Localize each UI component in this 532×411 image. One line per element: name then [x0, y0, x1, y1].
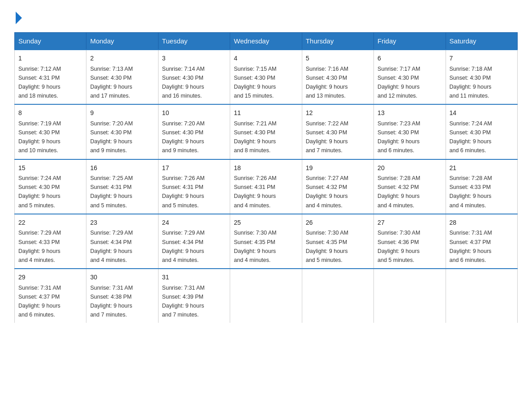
calendar-cell: [374, 269, 446, 323]
day-number: 8: [18, 108, 82, 118]
day-info: Sunrise: 7:20 AMSunset: 4:30 PMDaylight:…: [90, 120, 133, 154]
header-sunday: Sunday: [15, 33, 86, 50]
calendar-table: SundayMondayTuesdayWednesdayThursdayFrid…: [14, 32, 518, 323]
day-number: 7: [450, 54, 514, 64]
day-number: 3: [162, 54, 226, 64]
header-wednesday: Wednesday: [230, 33, 302, 50]
day-number: 26: [306, 218, 370, 228]
day-info: Sunrise: 7:20 AMSunset: 4:30 PMDaylight:…: [162, 120, 205, 154]
calendar-cell: 10Sunrise: 7:20 AMSunset: 4:30 PMDayligh…: [158, 104, 230, 159]
day-number: 5: [306, 54, 370, 64]
day-number: 20: [378, 163, 442, 173]
day-number: 10: [162, 108, 226, 118]
calendar-cell: 21Sunrise: 7:28 AMSunset: 4:33 PMDayligh…: [446, 159, 517, 214]
header-tuesday: Tuesday: [158, 33, 230, 50]
day-number: 30: [90, 273, 154, 283]
calendar-cell: 5Sunrise: 7:16 AMSunset: 4:30 PMDaylight…: [302, 50, 373, 104]
day-info: Sunrise: 7:29 AMSunset: 4:34 PMDaylight:…: [90, 230, 133, 263]
day-number: 25: [234, 218, 298, 228]
day-number: 31: [162, 273, 226, 283]
day-number: 22: [18, 218, 82, 228]
logo-arrow-icon: [16, 12, 22, 24]
day-number: 12: [306, 108, 370, 118]
day-info: Sunrise: 7:29 AMSunset: 4:34 PMDaylight:…: [162, 230, 205, 263]
calendar-cell: 6Sunrise: 7:17 AMSunset: 4:30 PMDaylight…: [374, 50, 446, 104]
day-info: Sunrise: 7:26 AMSunset: 4:31 PMDaylight:…: [162, 175, 205, 208]
logo: [14, 11, 22, 24]
day-number: 23: [90, 218, 154, 228]
calendar-cell: [446, 269, 517, 323]
header-thursday: Thursday: [302, 33, 373, 50]
day-info: Sunrise: 7:17 AMSunset: 4:30 PMDaylight:…: [378, 66, 420, 99]
calendar-cell: 15Sunrise: 7:24 AMSunset: 4:30 PMDayligh…: [15, 159, 86, 214]
day-info: Sunrise: 7:30 AMSunset: 4:36 PMDaylight:…: [378, 230, 420, 263]
calendar-cell: 17Sunrise: 7:26 AMSunset: 4:31 PMDayligh…: [158, 159, 230, 214]
week-row-2: 8Sunrise: 7:19 AMSunset: 4:30 PMDaylight…: [15, 104, 518, 159]
calendar-cell: 7Sunrise: 7:18 AMSunset: 4:30 PMDaylight…: [446, 50, 517, 104]
day-info: Sunrise: 7:19 AMSunset: 4:30 PMDaylight:…: [18, 120, 61, 154]
day-info: Sunrise: 7:31 AMSunset: 4:38 PMDaylight:…: [90, 285, 133, 318]
day-info: Sunrise: 7:31 AMSunset: 4:37 PMDaylight:…: [450, 230, 492, 263]
day-info: Sunrise: 7:30 AMSunset: 4:35 PMDaylight:…: [306, 230, 348, 263]
day-info: Sunrise: 7:16 AMSunset: 4:30 PMDaylight:…: [306, 66, 348, 99]
day-info: Sunrise: 7:27 AMSunset: 4:32 PMDaylight:…: [306, 175, 348, 208]
calendar-cell: 20Sunrise: 7:28 AMSunset: 4:32 PMDayligh…: [374, 159, 446, 214]
calendar-cell: 24Sunrise: 7:29 AMSunset: 4:34 PMDayligh…: [158, 214, 230, 269]
calendar-cell: 11Sunrise: 7:21 AMSunset: 4:30 PMDayligh…: [230, 104, 302, 159]
day-info: Sunrise: 7:14 AMSunset: 4:30 PMDaylight:…: [162, 66, 205, 99]
calendar-cell: 12Sunrise: 7:22 AMSunset: 4:30 PMDayligh…: [302, 104, 373, 159]
day-number: 2: [90, 54, 154, 64]
day-info: Sunrise: 7:30 AMSunset: 4:35 PMDaylight:…: [234, 230, 276, 263]
calendar-header-row: SundayMondayTuesdayWednesdayThursdayFrid…: [15, 33, 518, 50]
day-number: 24: [162, 218, 226, 228]
day-info: Sunrise: 7:31 AMSunset: 4:39 PMDaylight:…: [162, 285, 205, 318]
day-info: Sunrise: 7:13 AMSunset: 4:30 PMDaylight:…: [90, 66, 133, 99]
day-info: Sunrise: 7:21 AMSunset: 4:30 PMDaylight:…: [234, 120, 276, 154]
week-row-4: 22Sunrise: 7:29 AMSunset: 4:33 PMDayligh…: [15, 214, 518, 269]
day-number: 13: [378, 108, 442, 118]
calendar-cell: 28Sunrise: 7:31 AMSunset: 4:37 PMDayligh…: [446, 214, 517, 269]
day-number: 27: [378, 218, 442, 228]
day-info: Sunrise: 7:29 AMSunset: 4:33 PMDaylight:…: [18, 230, 61, 263]
day-info: Sunrise: 7:12 AMSunset: 4:31 PMDaylight:…: [18, 66, 61, 99]
day-info: Sunrise: 7:24 AMSunset: 4:30 PMDaylight:…: [450, 120, 492, 154]
week-row-1: 1Sunrise: 7:12 AMSunset: 4:31 PMDaylight…: [15, 50, 518, 104]
day-info: Sunrise: 7:18 AMSunset: 4:30 PMDaylight:…: [450, 66, 492, 99]
calendar-cell: 25Sunrise: 7:30 AMSunset: 4:35 PMDayligh…: [230, 214, 302, 269]
day-number: 14: [450, 108, 514, 118]
calendar-cell: 22Sunrise: 7:29 AMSunset: 4:33 PMDayligh…: [15, 214, 86, 269]
calendar-cell: [230, 269, 302, 323]
calendar-cell: [302, 269, 373, 323]
day-number: 15: [18, 163, 82, 173]
week-row-3: 15Sunrise: 7:24 AMSunset: 4:30 PMDayligh…: [15, 159, 518, 214]
day-number: 6: [378, 54, 442, 64]
day-info: Sunrise: 7:15 AMSunset: 4:30 PMDaylight:…: [234, 66, 276, 99]
day-number: 18: [234, 163, 298, 173]
day-info: Sunrise: 7:22 AMSunset: 4:30 PMDaylight:…: [306, 120, 348, 154]
day-number: 29: [18, 273, 82, 283]
calendar-cell: 30Sunrise: 7:31 AMSunset: 4:38 PMDayligh…: [86, 269, 158, 323]
day-number: 1: [18, 54, 82, 64]
calendar-cell: 1Sunrise: 7:12 AMSunset: 4:31 PMDaylight…: [15, 50, 86, 104]
calendar-cell: 4Sunrise: 7:15 AMSunset: 4:30 PMDaylight…: [230, 50, 302, 104]
day-number: 9: [90, 108, 154, 118]
calendar-cell: 19Sunrise: 7:27 AMSunset: 4:32 PMDayligh…: [302, 159, 373, 214]
calendar-cell: 9Sunrise: 7:20 AMSunset: 4:30 PMDaylight…: [86, 104, 158, 159]
day-number: 19: [306, 163, 370, 173]
day-number: 21: [450, 163, 514, 173]
calendar-cell: 2Sunrise: 7:13 AMSunset: 4:30 PMDaylight…: [86, 50, 158, 104]
day-info: Sunrise: 7:26 AMSunset: 4:31 PMDaylight:…: [234, 175, 276, 208]
day-info: Sunrise: 7:23 AMSunset: 4:30 PMDaylight:…: [378, 120, 420, 154]
day-info: Sunrise: 7:31 AMSunset: 4:37 PMDaylight:…: [18, 285, 61, 318]
page-header: [14, 11, 518, 24]
day-number: 4: [234, 54, 298, 64]
day-number: 28: [450, 218, 514, 228]
calendar-cell: 14Sunrise: 7:24 AMSunset: 4:30 PMDayligh…: [446, 104, 517, 159]
day-info: Sunrise: 7:28 AMSunset: 4:32 PMDaylight:…: [378, 175, 420, 208]
day-info: Sunrise: 7:24 AMSunset: 4:30 PMDaylight:…: [18, 175, 61, 208]
calendar-cell: 13Sunrise: 7:23 AMSunset: 4:30 PMDayligh…: [374, 104, 446, 159]
header-saturday: Saturday: [446, 33, 517, 50]
day-number: 17: [162, 163, 226, 173]
header-friday: Friday: [374, 33, 446, 50]
day-number: 11: [234, 108, 298, 118]
